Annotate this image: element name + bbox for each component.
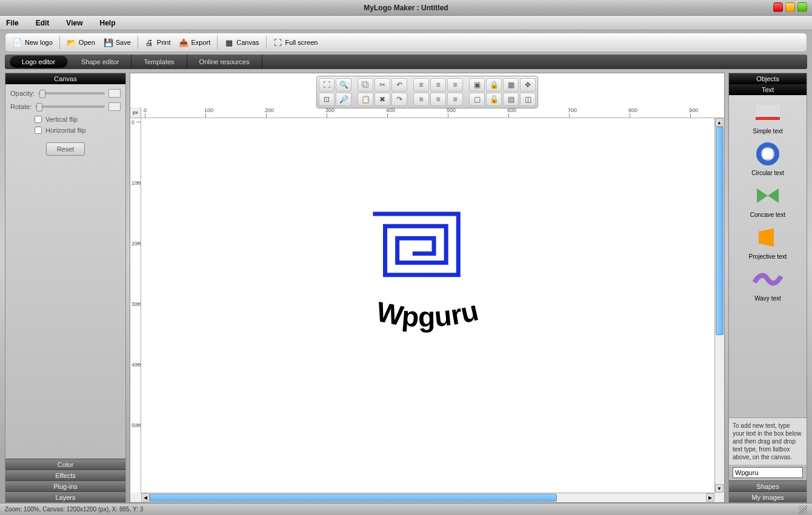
floating-toolbar: ⛶ 🔍 ⿻ ✂ ↶ ≡ ≡ ≡ ▣ 🔒 ▦ ✥ ⊡: [316, 76, 538, 108]
ungroup-icon[interactable]: ▤: [503, 93, 519, 106]
group-icon[interactable]: ▦: [503, 78, 519, 91]
new-logo-button[interactable]: 📄New logo: [9, 35, 56, 50]
wavy-text-item[interactable]: Wavy text: [734, 266, 801, 302]
print-button[interactable]: 🖨Print: [141, 35, 175, 50]
projective-text-item[interactable]: Projective text: [734, 224, 801, 260]
status-text: Zoom: 100%, Canvas: 1200x1200 (px), X: 8…: [5, 506, 143, 513]
unlock-icon[interactable]: 🔓: [486, 93, 502, 106]
delete-icon[interactable]: ✖: [374, 93, 390, 106]
rotate-slider[interactable]: [35, 105, 105, 108]
tab-templates[interactable]: Templates: [131, 55, 187, 69]
rotate-value[interactable]: [108, 102, 121, 111]
accordion-my-images[interactable]: My images: [729, 491, 807, 502]
align-right-icon[interactable]: ≡: [447, 78, 463, 91]
text-panel-header[interactable]: Text: [729, 84, 807, 95]
concave-text-item[interactable]: Concave text: [734, 182, 801, 218]
scroll-left-icon[interactable]: ◀: [141, 493, 150, 502]
export-button[interactable]: 📤Export: [175, 35, 214, 50]
titlebar: MyLogo Maker : Untitled: [0, 0, 812, 16]
menubar: File Edit View Help: [0, 16, 812, 30]
vertical-ruler: 0100200300400500: [130, 118, 141, 493]
transform-icon[interactable]: ✥: [520, 78, 536, 91]
menu-edit[interactable]: Edit: [36, 19, 50, 27]
align-bottom-icon[interactable]: ≡: [447, 93, 463, 106]
zoom-plus-icon[interactable]: 🔍: [336, 78, 351, 91]
crop-icon[interactable]: ◫: [520, 93, 536, 106]
accordion-color[interactable]: Color: [5, 459, 125, 470]
opacity-label: Opacity:: [10, 90, 35, 97]
scroll-up-icon[interactable]: ▲: [715, 118, 724, 127]
bring-front-icon[interactable]: ▣: [469, 78, 485, 91]
copy-icon[interactable]: ⿻: [358, 78, 373, 91]
vertical-flip-checkbox[interactable]: Vertical flip: [35, 116, 121, 123]
tab-online-resources[interactable]: Online resources: [187, 55, 262, 69]
align-center-icon[interactable]: ≡: [430, 78, 446, 91]
simple-text-item[interactable]: Simple text: [734, 99, 801, 135]
right-panel: Objects Text Simple text Circular text C…: [728, 73, 807, 503]
circular-text-icon: [750, 141, 786, 167]
opacity-value[interactable]: [108, 89, 121, 98]
canvas-button[interactable]: ▦Canvas: [221, 35, 262, 50]
canvas[interactable]: Wpguru: [141, 118, 714, 493]
align-middle-icon[interactable]: ≡: [430, 93, 446, 106]
menu-file[interactable]: File: [6, 19, 19, 27]
undo-icon[interactable]: ↶: [391, 78, 407, 91]
zoom-minus-icon[interactable]: 🔎: [336, 93, 351, 106]
open-button[interactable]: 📂Open: [63, 35, 99, 50]
menu-view[interactable]: View: [66, 19, 82, 27]
logo-spiral-shape[interactable]: [373, 214, 458, 275]
maximize-icon[interactable]: [797, 2, 807, 12]
circular-text-item[interactable]: Circular text: [734, 141, 801, 176]
align-top-icon[interactable]: ≡: [413, 93, 429, 106]
horizontal-flip-checkbox[interactable]: Horizontal flip: [35, 127, 121, 134]
text-input[interactable]: [733, 467, 803, 478]
window-title: MyLogo Maker : Untitled: [364, 4, 448, 12]
align-left-icon[interactable]: ≡: [413, 78, 429, 91]
menu-help[interactable]: Help: [99, 19, 115, 27]
print-icon: 🖨: [145, 38, 155, 47]
concave-text-icon: [750, 182, 786, 209]
send-back-icon[interactable]: ▢: [469, 93, 485, 106]
fullscreen-button[interactable]: ⛶Full screen: [270, 35, 322, 50]
vscroll-thumb[interactable]: [716, 127, 724, 335]
scroll-down-icon[interactable]: ▼: [715, 484, 724, 493]
canvas-panel-header: Canvas: [5, 73, 125, 84]
ruler-unit: px: [130, 107, 141, 118]
wavy-text-icon: [750, 266, 786, 293]
save-button[interactable]: 💾Save: [100, 35, 135, 50]
zoom-actual-icon[interactable]: ⊡: [319, 93, 334, 106]
export-icon: 📤: [179, 38, 188, 47]
rotate-label: Rotate:: [10, 103, 32, 110]
resize-grip-icon[interactable]: [799, 505, 807, 514]
main-toolbar: 📄New logo 📂Open 💾Save 🖨Print 📤Export ▦Ca…: [5, 33, 807, 52]
save-icon: 💾: [104, 38, 113, 47]
cut-icon[interactable]: ✂: [374, 78, 390, 91]
svg-rect-2: [756, 117, 780, 120]
tab-logo-editor[interactable]: Logo editor: [10, 56, 68, 68]
projective-text-icon: [750, 224, 786, 251]
vertical-scrollbar[interactable]: ▲ ▼: [714, 118, 724, 493]
left-panel: Canvas Opacity: Rotate: Vertical flip Ho…: [5, 73, 126, 503]
canvas-icon: ▦: [224, 38, 234, 47]
logo-text-object[interactable]: Wpguru: [324, 294, 531, 333]
accordion-plugins[interactable]: Plug-ins: [5, 480, 125, 491]
close-icon[interactable]: [773, 2, 783, 12]
folder-open-icon: 📂: [67, 38, 76, 47]
redo-icon[interactable]: ↷: [391, 93, 407, 106]
accordion-layers[interactable]: Layers: [5, 491, 125, 502]
lock-icon[interactable]: 🔒: [486, 78, 502, 91]
new-icon: 📄: [13, 38, 22, 47]
tab-shape-editor[interactable]: Shape editor: [69, 55, 131, 69]
accordion-shapes[interactable]: Shapes: [729, 480, 807, 491]
horizontal-scrollbar[interactable]: ◀ ▶: [141, 493, 714, 502]
accordion-effects[interactable]: Effects: [5, 470, 125, 480]
objects-panel-header: Objects: [729, 73, 807, 84]
zoom-fit-icon[interactable]: ⛶: [319, 78, 334, 91]
minimize-icon[interactable]: [785, 2, 795, 12]
hscroll-thumb[interactable]: [150, 494, 557, 502]
paste-icon[interactable]: 📋: [358, 93, 373, 106]
opacity-slider[interactable]: [38, 92, 105, 95]
svg-rect-1: [756, 105, 780, 117]
scroll-right-icon[interactable]: ▶: [706, 493, 714, 502]
reset-button[interactable]: Reset: [46, 142, 85, 156]
